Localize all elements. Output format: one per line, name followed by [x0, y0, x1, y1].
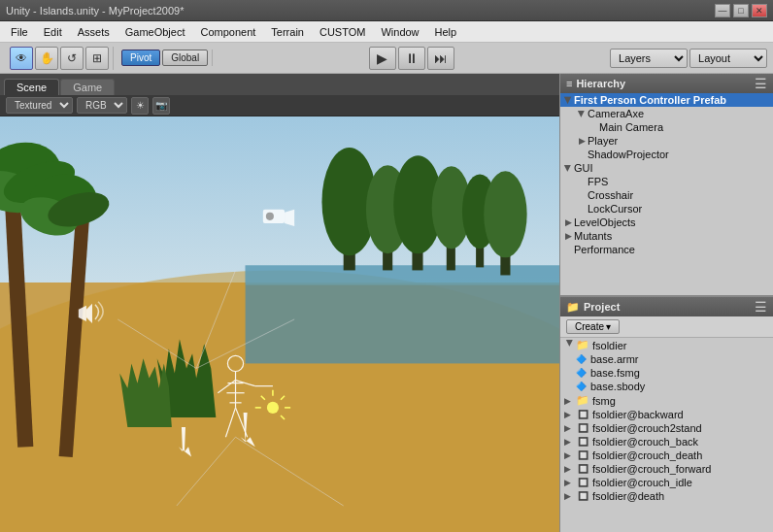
camera-icon: 📷	[155, 100, 167, 111]
sun-icon-button[interactable]: ☀	[131, 97, 149, 115]
close-button[interactable]: ✕	[752, 4, 767, 17]
project-panel: 📁 Project ☰ Create ▾ ▶ 📁 fsoldier	[560, 297, 773, 532]
gui-label: GUI	[574, 162, 593, 174]
hierarchy-item-gui[interactable]: ▶ GUI	[560, 161, 773, 175]
levelobjects-arrow: ▶	[562, 217, 574, 227]
project-item-fsoldier-backward[interactable]: ▶ 🔲 fsoldier@backward	[560, 408, 773, 421]
pivot-button[interactable]: Pivot	[121, 50, 160, 66]
hierarchy-item-levelobjects[interactable]: ▶ LevelObjects	[560, 216, 773, 229]
svg-line-27	[218, 381, 235, 393]
gui-arrow: ▶	[563, 162, 573, 174]
fsoldier-crouch-back-label: fsoldier@crouch_back	[592, 436, 698, 448]
fsoldier-backward-label: fsoldier@backward	[592, 409, 684, 420]
hierarchy-item-performance[interactable]: Performance	[560, 243, 773, 256]
project-item-fsmg-folder[interactable]: ▶ 📁 fsmg	[560, 393, 773, 408]
folder-icon: 📁	[576, 394, 589, 407]
svg-line-53	[196, 319, 294, 369]
fsoldier-folder-label: fsoldier	[592, 340, 626, 351]
minimize-button[interactable]: —	[715, 4, 730, 17]
project-item-base-sbody[interactable]: 🔷 base.sbody	[560, 380, 773, 393]
maximize-button[interactable]: □	[733, 4, 749, 17]
shadowprojector-label: ShadowProjector	[588, 149, 669, 160]
menu-edit[interactable]: Edit	[37, 24, 69, 40]
hierarchy-content[interactable]: ▶ First Person Controller Prefab ▶ Camer…	[560, 93, 773, 297]
fsoldier-expand-icon: ▶	[565, 340, 575, 351]
svg-line-51	[236, 437, 344, 506]
mesh-icon: 🔲	[576, 464, 589, 474]
hierarchy-item-mutants[interactable]: ▶ Mutants	[560, 229, 773, 243]
crouch-forward-expand-icon: ▶	[564, 464, 576, 474]
menu-bar: File Edit Assets GameObject Component Te…	[0, 21, 773, 43]
step-button[interactable]: ⏭	[427, 47, 454, 70]
hierarchy-menu-button[interactable]: ☰	[755, 76, 767, 91]
grid-icon: ⊞	[92, 51, 102, 65]
fpc-label: First Person Controller Prefab	[574, 94, 726, 106]
project-content[interactable]: ▶ 📁 fsoldier 🔷 base.armr 🔷 base.fsmg 🔷	[560, 338, 773, 532]
hierarchy-item-fpc[interactable]: ▶ First Person Controller Prefab	[560, 93, 773, 107]
hierarchy-item-lockcursor[interactable]: LockCursor	[560, 202, 773, 216]
menu-help[interactable]: Help	[428, 24, 464, 40]
menu-gameobject[interactable]: GameObject	[118, 24, 192, 40]
player-label: Player	[588, 135, 618, 147]
rotate-icon: ↺	[67, 51, 77, 65]
mesh-icon: 🔲	[576, 423, 589, 433]
menu-custom[interactable]: CUSTOM	[313, 24, 372, 40]
menu-component[interactable]: Component	[193, 24, 262, 40]
rotate-tool-button[interactable]: ↺	[60, 47, 84, 70]
svg-line-52	[177, 437, 236, 506]
crouch-idle-expand-icon: ▶	[564, 478, 576, 487]
tab-scene[interactable]: Scene	[4, 79, 59, 95]
fps-label: FPS	[588, 176, 608, 187]
svg-marker-24	[119, 358, 172, 427]
cameraaxe-arrow: ▶	[577, 108, 587, 119]
project-item-fsoldier-crouch2stand[interactable]: ▶ 🔲 fsoldier@crouch2stand	[560, 421, 773, 435]
right-panel: ≡ Hierarchy ☰ ▶ First Person Controller …	[559, 74, 773, 532]
death-expand-icon: ▶	[564, 491, 576, 501]
hierarchy-item-crosshair[interactable]: Crosshair	[560, 188, 773, 202]
layout-dropdown[interactable]: Layout	[689, 49, 767, 68]
window-controls: — □ ✕	[715, 4, 767, 17]
svg-line-50	[196, 270, 235, 368]
grid-tool-button[interactable]: ⊞	[85, 47, 109, 70]
project-item-fsoldier-death[interactable]: ▶ 🔲 fsoldier@death	[560, 489, 773, 503]
hand-tool-button[interactable]: ✋	[35, 47, 58, 70]
svg-marker-47	[86, 304, 92, 323]
menu-terrain[interactable]: Terrain	[264, 24, 311, 40]
menu-assets[interactable]: Assets	[71, 24, 117, 40]
camera-icon-button[interactable]: 📷	[152, 97, 170, 115]
pause-button[interactable]: ⏸	[398, 47, 425, 70]
project-item-base-armr[interactable]: 🔷 base.armr	[560, 352, 773, 366]
hierarchy-icon: ≡	[566, 78, 572, 89]
project-menu-button[interactable]: ☰	[755, 299, 767, 315]
hierarchy-item-maincamera[interactable]: Main Camera	[560, 120, 773, 134]
hierarchy-item-shadowprojector[interactable]: ShadowProjector	[560, 148, 773, 161]
crouch-back-expand-icon: ▶	[564, 437, 576, 447]
hierarchy-item-player[interactable]: ▶ Player	[560, 134, 773, 148]
play-icon: ▶	[377, 50, 387, 66]
hierarchy-item-cameraaxe[interactable]: ▶ CameraAxe	[560, 107, 773, 120]
viewport[interactable]	[0, 116, 559, 532]
mesh-icon: 🔲	[576, 437, 589, 447]
project-item-base-fsmg[interactable]: 🔷 base.fsmg	[560, 366, 773, 380]
play-button[interactable]: ▶	[369, 47, 396, 70]
eye-tool-button[interactable]: 👁	[10, 47, 33, 70]
backward-expand-icon: ▶	[564, 410, 576, 419]
pause-icon: ⏸	[405, 50, 419, 66]
create-button[interactable]: Create ▾	[566, 319, 620, 334]
crouch2stand-expand-icon: ▶	[564, 423, 576, 433]
layers-dropdown[interactable]: Layers	[610, 49, 688, 68]
shading-dropdown[interactable]: Textured	[6, 97, 73, 114]
global-button[interactable]: Global	[162, 50, 208, 66]
menu-window[interactable]: Window	[374, 24, 425, 40]
color-dropdown[interactable]: RGB	[77, 97, 127, 114]
hierarchy-header: ≡ Hierarchy ☰	[560, 74, 773, 93]
menu-file[interactable]: File	[4, 24, 35, 40]
project-item-fsoldier-folder[interactable]: ▶ 📁 fsoldier	[560, 338, 773, 352]
mesh-icon: 🔲	[576, 478, 589, 487]
project-item-fsoldier-crouch-death[interactable]: ▶ 🔲 fsoldier@crouch_death	[560, 449, 773, 462]
hierarchy-item-fps[interactable]: FPS	[560, 175, 773, 188]
tab-game[interactable]: Game	[60, 79, 115, 95]
project-item-fsoldier-crouch-back[interactable]: ▶ 🔲 fsoldier@crouch_back	[560, 435, 773, 449]
project-item-fsoldier-crouch-idle[interactable]: ▶ 🔲 fsoldier@crouch_idle	[560, 476, 773, 489]
project-item-fsoldier-crouch-forward[interactable]: ▶ 🔲 fsoldier@crouch_forward	[560, 462, 773, 476]
